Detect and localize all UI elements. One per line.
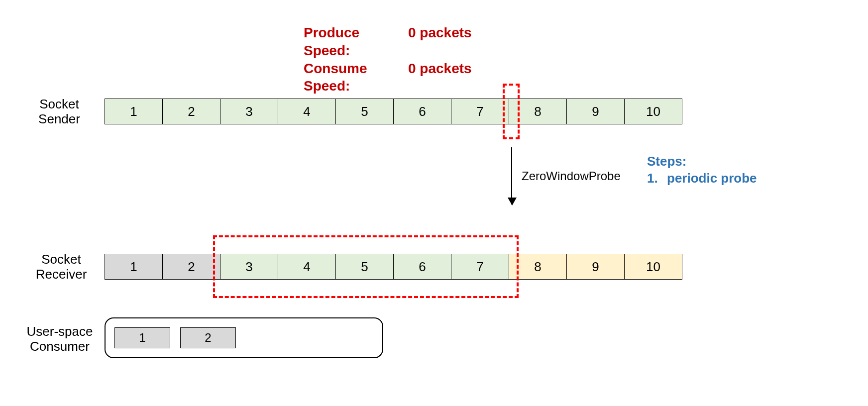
receiver-cell: 8	[509, 254, 567, 280]
receiver-label-l1: Socket	[29, 252, 94, 267]
receiver-cell: 2	[162, 254, 220, 280]
sender-buffer: 1 2 3 4 5 6 7 8 9 10	[105, 99, 682, 124]
sender-label-l2: Sender	[32, 112, 87, 127]
sender-cell: 5	[335, 99, 394, 124]
sender-cell: 8	[509, 99, 567, 124]
produce-speed-value: 0 packets	[408, 24, 472, 60]
receiver-label: Socket Receiver	[29, 252, 94, 282]
step-1-text: periodic probe	[667, 170, 757, 187]
consumer-label: User-space Consumer	[20, 324, 100, 354]
consumer-chip: 2	[180, 327, 236, 348]
sender-label: Socket Sender	[32, 97, 87, 127]
steps-panel: Steps: 1. periodic probe	[647, 153, 757, 187]
receiver-cell: 9	[566, 254, 625, 280]
receiver-cell: 1	[105, 254, 163, 280]
sender-cell: 4	[278, 99, 336, 124]
sender-cell: 6	[393, 99, 451, 124]
receiver-buffer: 1 2 3 4 5 6 7 8 9 10	[105, 254, 682, 280]
sender-cell: 3	[220, 99, 278, 124]
receiver-cell: 3	[220, 254, 278, 280]
consumer-chip: 1	[114, 327, 170, 348]
receiver-cell: 6	[393, 254, 451, 280]
produce-speed-row: Produce Speed: 0 packets	[304, 24, 472, 60]
speed-block: Produce Speed: 0 packets Consume Speed: …	[304, 24, 472, 95]
probe-label: ZeroWindowProbe	[522, 169, 621, 183]
sender-cell: 9	[566, 99, 625, 124]
probe-arrow	[511, 147, 512, 204]
sender-cell: 2	[162, 99, 220, 124]
consume-speed-row: Consume Speed: 0 packets	[304, 60, 472, 96]
steps-title: Steps:	[647, 153, 757, 170]
receiver-cell: 5	[335, 254, 394, 280]
consume-speed-value: 0 packets	[408, 60, 472, 96]
consumer-label-l1: User-space	[20, 324, 100, 339]
consumer-label-l2: Consumer	[20, 339, 100, 354]
step-1-num: 1.	[647, 170, 667, 187]
consumer-box: 1 2	[105, 317, 383, 358]
receiver-cell: 4	[278, 254, 336, 280]
produce-speed-label: Produce Speed:	[304, 24, 408, 60]
receiver-cell: 7	[451, 254, 509, 280]
receiver-cell: 10	[624, 254, 682, 280]
sender-cell: 10	[624, 99, 682, 124]
sender-cell: 7	[451, 99, 509, 124]
sender-cell: 1	[105, 99, 163, 124]
consume-speed-label: Consume Speed:	[304, 60, 408, 96]
sender-label-l1: Socket	[32, 97, 87, 112]
step-1: 1. periodic probe	[647, 170, 757, 187]
receiver-label-l2: Receiver	[29, 267, 94, 282]
